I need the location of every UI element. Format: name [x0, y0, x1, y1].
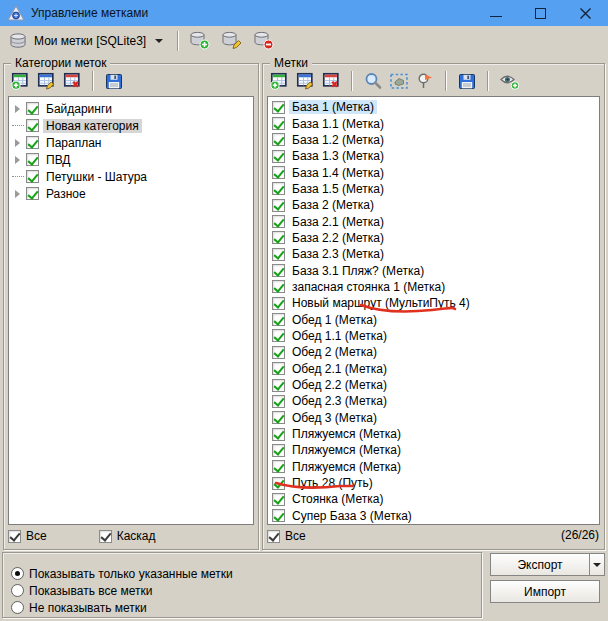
tag-checkbox[interactable]: [272, 280, 285, 293]
radio-button[interactable]: [11, 567, 24, 580]
tag-checkbox[interactable]: [272, 133, 285, 146]
tag-checkbox[interactable]: [272, 493, 285, 506]
list-item[interactable]: Обед 1 (Метка): [268, 311, 599, 327]
tag-checkbox[interactable]: [272, 477, 285, 490]
category-checkbox[interactable]: [26, 102, 39, 115]
tag-checkbox[interactable]: [272, 231, 285, 244]
add-tag-button[interactable]: [266, 70, 292, 92]
tree-item[interactable]: Разное: [9, 185, 253, 202]
list-item[interactable]: База 1.2 (Метка): [268, 132, 599, 148]
tag-checkbox[interactable]: [272, 264, 285, 277]
list-item[interactable]: База 2.2 (Метка): [268, 230, 599, 246]
save-categories-button[interactable]: [101, 70, 127, 92]
list-item[interactable]: База 2.1 (Метка): [268, 213, 599, 229]
tag-checkbox[interactable]: [272, 215, 285, 228]
edit-category-button[interactable]: [33, 70, 59, 92]
expander-icon[interactable]: [15, 139, 20, 147]
expander-icon[interactable]: [15, 156, 20, 164]
category-checkbox[interactable]: [26, 170, 39, 183]
list-item[interactable]: Стоянка (Метка): [268, 491, 599, 507]
add-category-button[interactable]: [7, 70, 33, 92]
tag-list[interactable]: База 1 (Метка)База 1.1 (Метка)База 1.2 (…: [267, 96, 600, 525]
list-item[interactable]: Новый маршрут (МультиПуть 4): [268, 295, 599, 311]
cascade-toggle[interactable]: Каскад: [99, 529, 156, 543]
list-item[interactable]: Супер База 3 (Метка): [268, 508, 599, 524]
save-tags-button[interactable]: [454, 70, 480, 92]
list-item[interactable]: Обед 2 (Метка): [268, 344, 599, 360]
category-checkbox[interactable]: [26, 119, 39, 132]
tag-checkbox[interactable]: [272, 248, 285, 261]
list-item[interactable]: База 1 (Метка): [268, 99, 599, 115]
tag-checkbox[interactable]: [272, 166, 285, 179]
radio-button[interactable]: [11, 584, 24, 597]
list-item[interactable]: Обед 2.2 (Метка): [268, 377, 599, 393]
tag-checkbox[interactable]: [272, 313, 285, 326]
tag-checkbox[interactable]: [272, 362, 285, 375]
list-item[interactable]: База 3.1 Пляж? (Метка): [268, 262, 599, 278]
edit-database-button[interactable]: [218, 29, 244, 53]
list-item[interactable]: Обед 2.3 (Метка): [268, 393, 599, 409]
tree-item[interactable]: Новая категория: [9, 117, 253, 134]
database-selector-dropdown[interactable]: Мои метки [SQLite3]: [5, 29, 170, 53]
display-option[interactable]: Показывать только указанные метки: [11, 565, 481, 582]
delete-tag-button[interactable]: [318, 70, 344, 92]
all-tags-toggle[interactable]: Все: [267, 529, 306, 543]
tag-checkbox[interactable]: [272, 379, 285, 392]
tag-checkbox[interactable]: [272, 411, 285, 424]
close-button[interactable]: [563, 0, 608, 26]
tag-checkbox[interactable]: [272, 329, 285, 342]
import-button[interactable]: Импорт: [490, 580, 600, 603]
list-item[interactable]: База 2 (Метка): [268, 197, 599, 213]
tag-checkbox[interactable]: [272, 150, 285, 163]
category-checkbox[interactable]: [26, 136, 39, 149]
export-button[interactable]: Экспорт: [490, 553, 605, 576]
display-option[interactable]: Показывать все метки: [11, 582, 481, 599]
all-categories-checkbox[interactable]: [8, 530, 21, 543]
tree-item[interactable]: Параплан: [9, 134, 253, 151]
tag-checkbox[interactable]: [272, 297, 285, 310]
list-item[interactable]: Пляжуемся (Метка): [268, 442, 599, 458]
tag-checkbox[interactable]: [272, 509, 285, 522]
maximize-button[interactable]: [518, 0, 563, 26]
tag-checkbox[interactable]: [272, 444, 285, 457]
tree-item[interactable]: Байдаринги: [9, 100, 253, 117]
list-item[interactable]: База 1.1 (Метка): [268, 115, 599, 131]
expander-icon[interactable]: [15, 105, 20, 113]
edit-tag-button[interactable]: [292, 70, 318, 92]
expander-icon[interactable]: [15, 190, 20, 198]
select-area-button[interactable]: [386, 70, 412, 92]
all-categories-toggle[interactable]: Все: [8, 529, 47, 543]
all-tags-checkbox[interactable]: [267, 530, 280, 543]
delete-category-button[interactable]: [59, 70, 85, 92]
list-item[interactable]: Обед 2.1 (Метка): [268, 361, 599, 377]
tag-checkbox[interactable]: [272, 199, 285, 212]
cascade-checkbox[interactable]: [99, 530, 112, 543]
tag-checkbox[interactable]: [272, 428, 285, 441]
placemark-button[interactable]: [412, 70, 438, 92]
tag-checkbox[interactable]: [272, 460, 285, 473]
list-item[interactable]: Обед 1.1 (Метка): [268, 328, 599, 344]
list-item[interactable]: База 1.5 (Метка): [268, 181, 599, 197]
tree-item[interactable]: Петушки - Шатура: [9, 168, 253, 185]
minimize-button[interactable]: [473, 0, 518, 26]
list-item[interactable]: Пляжуемся (Метка): [268, 459, 599, 475]
list-item[interactable]: запасная стоянка 1 (Метка): [268, 279, 599, 295]
add-database-button[interactable]: [186, 29, 212, 53]
tree-item[interactable]: ПВД: [9, 151, 253, 168]
radio-button[interactable]: [11, 601, 24, 614]
tag-checkbox[interactable]: [272, 117, 285, 130]
list-item[interactable]: Путь 28 (Путь): [268, 475, 599, 491]
category-checkbox[interactable]: [26, 153, 39, 166]
list-item[interactable]: Обед 3 (Метка): [268, 410, 599, 426]
list-item[interactable]: Пляжуемся (Метка): [268, 426, 599, 442]
category-tree[interactable]: БайдарингиНовая категорияПарапланПВДПету…: [8, 96, 254, 525]
export-dropdown-button[interactable]: [589, 554, 604, 575]
show-add-button[interactable]: [496, 70, 522, 92]
find-tag-button[interactable]: [360, 70, 386, 92]
tag-checkbox[interactable]: [272, 395, 285, 408]
tag-checkbox[interactable]: [272, 346, 285, 359]
list-item[interactable]: База 1.3 (Метка): [268, 148, 599, 164]
remove-database-button[interactable]: [250, 29, 276, 53]
list-item[interactable]: База 2.3 (Метка): [268, 246, 599, 262]
tag-checkbox[interactable]: [272, 101, 285, 114]
